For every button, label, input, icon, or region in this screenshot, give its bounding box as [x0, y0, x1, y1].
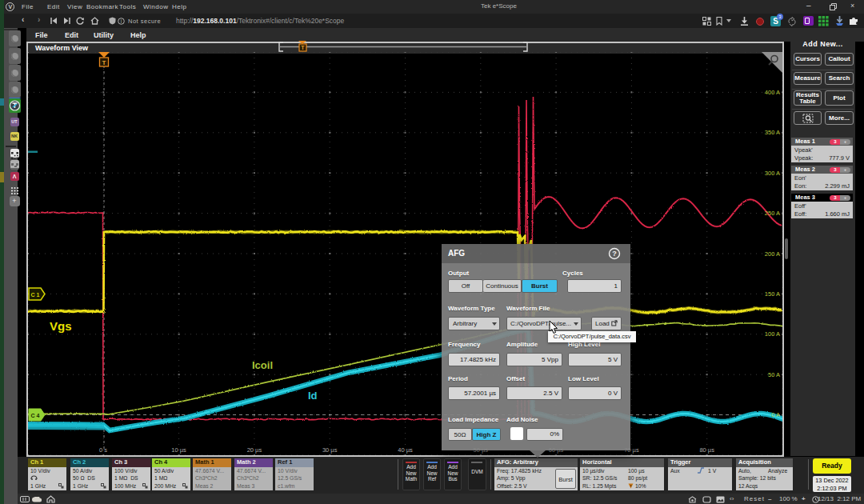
svg-text:T: T [301, 45, 305, 50]
svg-text:C 1: C 1 [31, 292, 40, 298]
svg-text:Id: Id [308, 390, 318, 402]
svg-text:30 µs: 30 µs [322, 446, 338, 454]
svg-text:400 A: 400 A [765, 89, 780, 96]
svg-text:?: ? [612, 250, 617, 258]
svg-text:40 µs: 40 µs [398, 446, 413, 454]
svg-text:200 A: 200 A [765, 250, 780, 258]
svg-text:80 µs: 80 µs [699, 446, 714, 454]
svg-text:50 A: 50 A [768, 371, 780, 378]
svg-text:150 A: 150 A [765, 290, 780, 298]
svg-text:250 A: 250 A [765, 210, 780, 217]
svg-text:C 4: C 4 [31, 413, 40, 418]
svg-text:T: T [102, 59, 106, 66]
svg-text:10 µs: 10 µs [171, 446, 186, 454]
svg-text:Icoil: Icoil [252, 359, 273, 371]
svg-text:0 s: 0 s [99, 446, 107, 454]
svg-text:350 A: 350 A [765, 129, 780, 136]
svg-text:300 A: 300 A [765, 170, 780, 177]
svg-text:i: i [121, 18, 122, 24]
svg-text:0 A: 0 A [771, 411, 780, 418]
svg-text:100 A: 100 A [765, 330, 780, 338]
svg-text:20 µs: 20 µs [247, 446, 262, 454]
svg-text:Vgs: Vgs [50, 319, 72, 333]
